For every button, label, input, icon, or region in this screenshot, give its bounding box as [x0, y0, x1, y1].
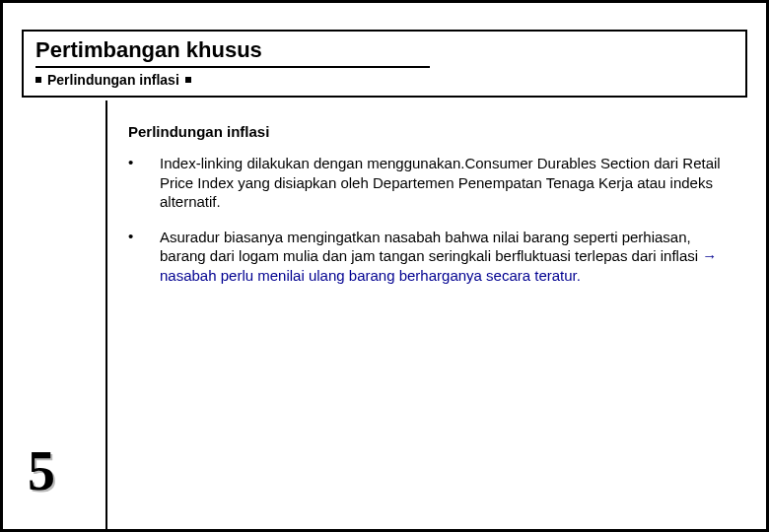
bullet-icon: • — [128, 154, 160, 212]
vertical-divider — [105, 100, 107, 530]
slide-title: Pertimbangan khusus — [35, 37, 430, 68]
arrow-icon: → — [702, 247, 717, 264]
bullet-icon: • — [128, 228, 160, 286]
slide-subtitle: Perlindungan inflasi — [47, 72, 179, 88]
page-number: 5 — [28, 439, 55, 502]
header-box: Pertimbangan khusus Perlindungan inflasi — [22, 30, 747, 98]
subtitle-row: Perlindungan inflasi — [35, 72, 734, 88]
content-area: Perlindungan inflasi • Index-linking dil… — [128, 123, 739, 300]
bullet-text-emphasis: nasabah perlu menilai ulang barang berha… — [160, 267, 581, 284]
list-item: • Asuradur biasanya mengingatkan nasabah… — [128, 228, 739, 286]
dot-icon — [35, 77, 41, 83]
list-item: • Index-linking dilakukan dengan menggun… — [128, 154, 739, 212]
bullet-text: Asuradur biasanya mengingatkan nasabah b… — [160, 228, 739, 286]
bullet-text: Index-linking dilakukan dengan menggunak… — [160, 154, 739, 212]
dot-icon — [185, 77, 191, 83]
bullet-text-plain: Asuradur biasanya mengingatkan nasabah b… — [160, 229, 702, 265]
section-heading: Perlindungan inflasi — [128, 123, 739, 140]
